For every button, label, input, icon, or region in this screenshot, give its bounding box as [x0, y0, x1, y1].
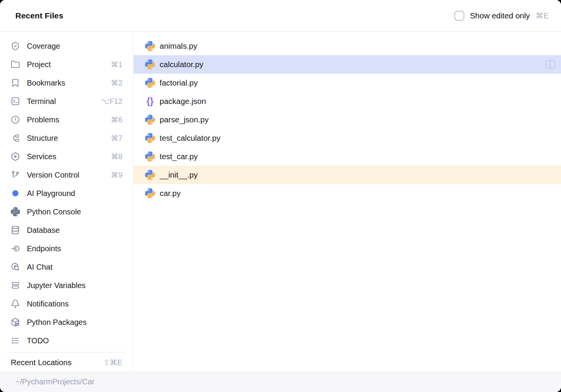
ai-dot-icon	[11, 189, 20, 198]
sidebar-item-notifications[interactable]: Notifications	[0, 295, 133, 313]
popup-header: Recent Files Show edited only ⌘E	[0, 0, 561, 32]
project-path: ~/PycharmProjects/Car	[0, 377, 94, 386]
python-file-icon	[145, 170, 155, 180]
git-branch-icon	[11, 170, 20, 180]
sidebar-item-coverage[interactable]: Coverage	[0, 37, 133, 55]
alert-circle-icon	[11, 115, 20, 124]
status-bar: ~/PycharmProjects/Car	[0, 371, 561, 392]
recent-file-list: animals.py calculator.py factorial.py {}…	[134, 32, 561, 371]
file-name: test_car.py	[160, 152, 556, 161]
python-file-icon	[145, 115, 155, 125]
sidebar-item-terminal[interactable]: Terminal ⌥F12	[0, 92, 133, 110]
python-file-icon	[145, 41, 155, 51]
braces-glyph: {}	[147, 97, 153, 106]
services-icon	[11, 152, 20, 161]
file-row[interactable]: {} package.json	[134, 92, 561, 110]
file-name: package.json	[160, 97, 556, 106]
file-name: calculator.py	[160, 60, 545, 69]
ai-chat-icon	[11, 262, 20, 272]
file-row[interactable]: car.py	[134, 184, 561, 203]
sidebar-item-ai-playground[interactable]: AI Playground	[0, 184, 133, 203]
python-file-icon	[145, 78, 155, 88]
sidebar-item-shortcut: ⌘2	[111, 79, 122, 87]
file-row[interactable]: parse_json.py	[134, 110, 561, 129]
sidebar-item-label: TODO	[27, 336, 122, 345]
python-file-icon	[145, 59, 155, 69]
folder-icon	[11, 60, 20, 69]
recent-locations-label: Recent Locations	[11, 358, 103, 367]
bookmark-icon	[11, 78, 20, 87]
show-edited-only-checkbox[interactable]	[454, 11, 464, 21]
endpoints-icon	[11, 244, 20, 253]
sidebar-item-problems[interactable]: Problems ⌘6	[0, 110, 133, 129]
sidebar-item-label: Database	[27, 226, 122, 235]
recent-files-popup: Recent Files Show edited only ⌘E Coverag…	[0, 0, 561, 392]
recent-locations-shortcut: ⇧⌘E	[103, 358, 122, 367]
file-row[interactable]: animals.py	[134, 37, 561, 55]
sidebar-item-services[interactable]: Services ⌘8	[0, 147, 133, 166]
sidebar-item-version-control[interactable]: Version Control ⌘9	[0, 166, 133, 184]
sidebar-item-jupyter-variables[interactable]: Jupyter Variables	[0, 276, 133, 295]
sidebar-item-label: Version Control	[27, 171, 111, 180]
file-row[interactable]: __init__.py	[134, 166, 561, 184]
open-in-split-icon[interactable]	[545, 60, 556, 69]
python-gray-icon	[11, 207, 20, 216]
sidebar-item-structure[interactable]: Structure ⌘7	[0, 129, 133, 147]
bell-icon	[11, 299, 20, 308]
package-icon	[11, 318, 20, 327]
sidebar-item-label: AI Chat	[27, 263, 122, 272]
sidebar-item-project[interactable]: Project ⌘1	[0, 55, 133, 74]
sidebar-item-recent-locations[interactable]: Recent Locations ⇧⌘E	[0, 353, 133, 371]
json-file-icon: {}	[145, 96, 155, 106]
file-name: __init__.py	[160, 170, 556, 180]
sidebar-item-shortcut: ⌘8	[111, 152, 122, 161]
sidebar-item-python-console[interactable]: Python Console	[0, 203, 133, 221]
sidebar-item-shortcut: ⌘9	[111, 171, 122, 180]
file-name: test_calculator.py	[160, 133, 556, 143]
sidebar-item-label: Coverage	[27, 42, 122, 51]
sidebar-item-label: Jupyter Variables	[27, 281, 122, 290]
rows-icon	[11, 281, 20, 290]
sidebar-item-database[interactable]: Database	[0, 221, 133, 239]
sidebar-item-label: Services	[27, 152, 111, 161]
python-file-icon	[145, 188, 155, 198]
show-edited-only-control: Show edited only ⌘E	[454, 11, 561, 21]
file-name: factorial.py	[160, 78, 556, 87]
file-name: car.py	[160, 189, 556, 198]
sidebar-item-label: Project	[27, 60, 111, 69]
todo-list-icon	[11, 336, 20, 345]
database-icon	[11, 226, 20, 235]
sidebar-item-bookmarks[interactable]: Bookmarks ⌘2	[0, 74, 133, 92]
python-file-icon	[145, 133, 155, 143]
toolwindow-sidebar: Coverage Project ⌘1 Bookmarks ⌘2 Termina…	[0, 32, 134, 371]
sidebar-item-label: Structure	[27, 134, 111, 143]
sidebar-item-todo[interactable]: TODO	[0, 331, 133, 350]
terminal-icon	[11, 97, 20, 106]
sidebar-item-shortcut: ⌘1	[111, 60, 122, 69]
sidebar-item-label: Python Packages	[27, 318, 122, 327]
sidebar-item-label: Notifications	[27, 300, 122, 308]
file-name: parse_json.py	[160, 115, 556, 124]
page-title: Recent Files	[0, 11, 63, 20]
sidebar-item-endpoints[interactable]: Endpoints	[0, 239, 133, 258]
sidebar-item-label: Bookmarks	[27, 79, 111, 87]
file-name: animals.py	[160, 41, 556, 51]
structure-icon	[11, 133, 20, 143]
sidebar-item-python-packages[interactable]: Python Packages	[0, 313, 133, 331]
sidebar-item-shortcut: ⌥F12	[101, 97, 122, 106]
file-row[interactable]: test_car.py	[134, 147, 561, 166]
show-edited-only-shortcut: ⌘E	[536, 11, 549, 20]
sidebar-item-label: Endpoints	[27, 244, 122, 253]
sidebar-item-label: Terminal	[27, 97, 101, 106]
sidebar-item-label: AI Playground	[27, 189, 122, 198]
show-edited-only-label: Show edited only	[470, 11, 530, 20]
file-row[interactable]: test_calculator.py	[134, 129, 561, 147]
sidebar-item-shortcut: ⌘7	[111, 134, 122, 143]
python-file-icon	[145, 152, 155, 161]
popup-body: Coverage Project ⌘1 Bookmarks ⌘2 Termina…	[0, 32, 561, 371]
file-row[interactable]: calculator.py	[134, 55, 561, 74]
sidebar-item-shortcut: ⌘6	[111, 115, 122, 124]
sidebar-item-ai-chat[interactable]: AI Chat	[0, 258, 133, 276]
sidebar-item-label: Problems	[27, 115, 111, 124]
file-row[interactable]: factorial.py	[134, 74, 561, 92]
